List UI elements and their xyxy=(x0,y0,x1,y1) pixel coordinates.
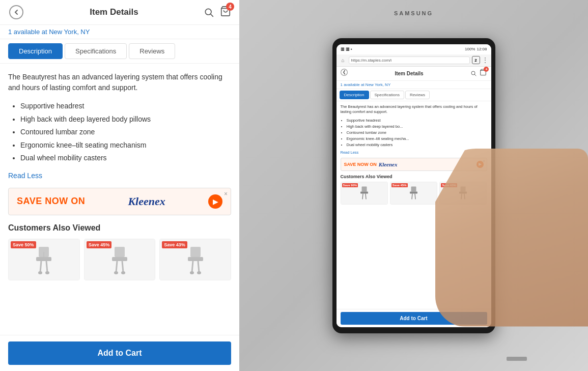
phone-status-bar: ▥ ▥ ▪ 100% 12:08 xyxy=(337,44,491,54)
browser-tab-count[interactable]: 2 xyxy=(472,56,480,64)
bullet-list: Supportive headrest High back with deep … xyxy=(8,101,231,163)
svg-line-32 xyxy=(412,194,412,199)
svg-point-21 xyxy=(197,271,201,274)
list-item: Supportive headrest xyxy=(20,101,231,111)
add-to-cart-bar: Add to Cart xyxy=(0,335,239,371)
svg-line-24 xyxy=(475,74,477,76)
phone-app-header: Item Details 4 xyxy=(337,67,491,81)
phone-tab-specifications[interactable]: Specifications xyxy=(370,91,404,99)
ad-brand-text: Kleenex xyxy=(128,195,165,208)
svg-rect-16 xyxy=(190,247,201,257)
phone-list-item: High back with deep layered bo... xyxy=(347,124,487,129)
ad-save-text: SAVE NOW ON xyxy=(17,196,85,207)
phone-back-arrow-icon xyxy=(341,69,348,76)
svg-rect-30 xyxy=(411,187,416,192)
phone-status-right: 100% 12:08 xyxy=(465,47,487,51)
header-icons: 4 xyxy=(204,6,231,19)
back-circle xyxy=(9,5,23,19)
add-to-cart-button[interactable]: Add to Cart xyxy=(8,341,231,365)
svg-point-7 xyxy=(38,271,42,274)
description-text: The Beautyrest has an advanced layering … xyxy=(8,72,231,93)
home-icon[interactable]: ⌂ xyxy=(340,56,347,64)
tab-description[interactable]: Description xyxy=(8,43,63,59)
phone-location: 1 available at New York, NY xyxy=(337,81,491,89)
svg-point-14 xyxy=(114,271,118,274)
svg-rect-10 xyxy=(115,247,125,257)
phone-time: 12:08 xyxy=(477,47,487,51)
svg-line-18 xyxy=(192,261,193,272)
phone-tab-description[interactable]: Description xyxy=(340,91,369,99)
phone-bullet-list: Supportive headrest High back with deep … xyxy=(341,118,487,147)
tab-reviews[interactable]: Reviews xyxy=(129,43,175,59)
read-less-link[interactable]: Read Less xyxy=(8,172,231,180)
phone-ad-brand: Kleenex xyxy=(379,161,398,167)
usb-port xyxy=(507,357,527,361)
content-area: The Beautyrest has an advanced layering … xyxy=(0,64,239,335)
phone-cart-wrapper[interactable]: 4 xyxy=(480,69,487,78)
location-bar: 1 available at New York, NY xyxy=(0,25,239,39)
svg-line-12 xyxy=(116,261,117,272)
phone-tab-reviews[interactable]: Reviews xyxy=(405,91,430,99)
customers-viewed-title: Customers Also Viewed xyxy=(8,223,231,233)
svg-rect-11 xyxy=(112,257,127,261)
back-arrow-icon xyxy=(13,9,19,15)
phone-cart-badge: 4 xyxy=(484,67,489,72)
back-button[interactable] xyxy=(8,4,24,20)
svg-line-6 xyxy=(46,261,47,272)
right-panel: SAMSUNG ▥ ▥ ▪ 100% 12:08 ⌂ https://m.sta… xyxy=(239,0,588,371)
phone-chair-icon-2 xyxy=(407,185,420,201)
app-header: Item Details 4 xyxy=(0,0,239,25)
list-item: Contoured lumbar zone xyxy=(20,127,231,137)
phone-list-item: Contoured lumbar zone xyxy=(347,130,487,135)
chair-icon-3 xyxy=(183,244,208,275)
phone-product-card-2[interactable]: Save 45% xyxy=(390,182,437,205)
product-card-2[interactable]: Save 45% xyxy=(84,239,156,280)
svg-rect-26 xyxy=(361,187,367,192)
svg-line-5 xyxy=(40,261,41,272)
ad-banner[interactable]: × SAVE NOW ON Kleenex ▶ xyxy=(8,188,231,215)
phone-tabs: Description Specifications Reviews xyxy=(337,89,491,101)
browser-url[interactable]: https://m.staples.com/i xyxy=(349,56,470,64)
phone-list-item: Supportive headrest xyxy=(347,118,487,123)
product-card-1[interactable]: Save 50% xyxy=(8,239,80,280)
phone-save-badge-1: Save 90% xyxy=(342,183,358,187)
phone-ad-save: SAVE NOW ON xyxy=(344,162,377,167)
search-icon[interactable] xyxy=(204,7,214,17)
tab-bar: Description Specifications Reviews xyxy=(0,39,239,64)
phone-back-button[interactable] xyxy=(341,69,348,78)
svg-line-13 xyxy=(122,261,123,272)
svg-point-22 xyxy=(341,69,347,76)
svg-line-28 xyxy=(362,194,363,199)
ad-close-icon[interactable]: × xyxy=(224,190,228,197)
left-panel: Item Details 4 1 available at New York, … xyxy=(0,0,239,371)
chair-icon-2 xyxy=(107,244,132,275)
phone-save-badge-2: Save 45% xyxy=(391,183,408,187)
svg-rect-17 xyxy=(188,257,203,261)
phone-chair-icon-1 xyxy=(358,185,371,201)
svg-line-19 xyxy=(198,261,199,272)
phone-search-icon[interactable] xyxy=(470,70,477,76)
phone-product-card-1[interactable]: Save 90% xyxy=(341,182,388,205)
phone-browser-bar: ⌂ https://m.staples.com/i 2 ⋮ xyxy=(337,54,491,67)
samsung-label-area: SAMSUNG xyxy=(394,8,433,17)
svg-rect-4 xyxy=(36,257,51,261)
tab-specifications[interactable]: Specifications xyxy=(65,43,127,59)
svg-point-8 xyxy=(45,271,49,274)
phone-list-item: Dual wheel mobility casters xyxy=(347,142,487,147)
hand-overlay xyxy=(435,149,588,327)
cart-wrapper[interactable]: 4 xyxy=(220,6,231,19)
phone-status-left: ▥ ▥ ▪ xyxy=(341,47,352,51)
browser-menu-icon[interactable]: ⋮ xyxy=(482,56,488,64)
location-text: 1 available at New York, NY xyxy=(8,28,90,36)
list-item: High back with deep layered body pillows xyxy=(20,115,231,125)
phone-battery: 100% xyxy=(465,47,475,51)
svg-rect-31 xyxy=(410,192,417,194)
svg-line-33 xyxy=(415,194,415,199)
ad-arrow-icon[interactable]: ▶ xyxy=(208,194,222,209)
svg-point-15 xyxy=(121,271,125,274)
phone-header-title: Item Details xyxy=(395,71,423,76)
chair-icon-1 xyxy=(31,244,57,275)
phone-list-item: Ergonomic knee–tilt seating mecha... xyxy=(347,136,487,141)
svg-line-1 xyxy=(211,14,213,17)
product-card-3[interactable]: Save 43% xyxy=(159,239,231,280)
